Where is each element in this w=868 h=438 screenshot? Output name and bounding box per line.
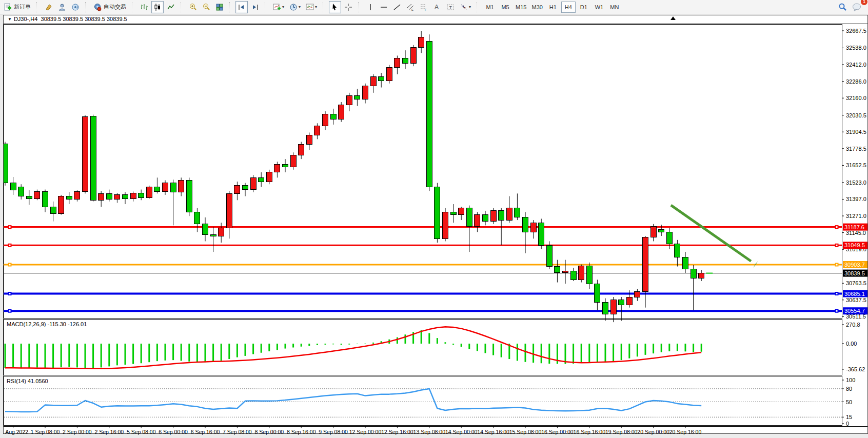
- date-tick-label: 16 Sep 16:00: [574, 429, 606, 435]
- candle: [595, 284, 600, 302]
- arrows-tool-button[interactable]: ▾: [458, 1, 473, 13]
- line-handle: [9, 226, 11, 228]
- horizontal-line-tool-button[interactable]: [378, 1, 390, 13]
- chart-ohlc-readout: 30839.5 30839.5 30839.5 30839.5: [41, 16, 127, 22]
- chart-canvas[interactable]: 32667.532538.032412.032286.032160.032030…: [4, 24, 867, 435]
- candle: [443, 212, 448, 239]
- candle: [170, 183, 176, 192]
- candle: [66, 196, 72, 200]
- rsi-tick-label: 50: [846, 399, 852, 405]
- price-level-label-text: 31049.5: [844, 242, 865, 248]
- date-tick-label: 20 Sep 16:00: [669, 429, 702, 435]
- toolbar-separator: [265, 2, 268, 12]
- candle: [579, 266, 584, 280]
- candle: [306, 135, 312, 145]
- candle: [274, 164, 280, 172]
- svg-text:F: F: [425, 8, 427, 11]
- candle: [339, 105, 344, 119]
- candle: [683, 257, 688, 269]
- zoom-in-button[interactable]: [187, 1, 199, 13]
- candle: [370, 77, 376, 86]
- templates-button[interactable]: ▾: [304, 1, 319, 13]
- trendline-tool-button[interactable]: [391, 1, 403, 13]
- chart-header: ▼DJ30-,H4 30839.5 30839.5 30839.5 30839.…: [4, 15, 867, 24]
- fibonacci-tool-button[interactable]: F: [418, 1, 430, 13]
- dropdown-caret[interactable]: ▾: [299, 5, 301, 9]
- dropdown-caret[interactable]: ▾: [469, 5, 471, 9]
- candle: [43, 191, 48, 207]
- dropdown-caret[interactable]: ▾: [315, 5, 317, 9]
- candle: [626, 297, 632, 305]
- timeframe-m15[interactable]: M15: [514, 2, 528, 13]
- timeframe-h4[interactable]: H4: [561, 2, 576, 13]
- date-tick-label: 1 Sep 08:00: [31, 429, 60, 435]
- candle: [539, 223, 544, 245]
- crosshair-tool-button[interactable]: [342, 1, 354, 13]
- autotrading-button[interactable]: 自动交易: [91, 1, 128, 13]
- candle: [354, 95, 360, 99]
- channel-tool-button[interactable]: E: [404, 1, 417, 13]
- label-tool-button[interactable]: T: [444, 1, 457, 13]
- chart-shift-marker-icon[interactable]: [670, 16, 676, 20]
- date-tick-label: 8 Sep 00:00: [254, 429, 284, 435]
- text-tool-button[interactable]: A: [431, 1, 443, 13]
- profiles-button[interactable]: [56, 1, 68, 13]
- tile-windows-button[interactable]: [213, 1, 226, 13]
- timeframe-m1[interactable]: M1: [483, 2, 497, 13]
- candle: [139, 193, 144, 197]
- timeframe-w1[interactable]: W1: [592, 2, 606, 13]
- cursor-icon: [331, 3, 339, 11]
- timeframe-h1[interactable]: H1: [546, 2, 560, 13]
- channel-icon: E: [406, 3, 415, 11]
- timeframe-m30[interactable]: M30: [529, 2, 544, 13]
- signals-button[interactable]: [69, 1, 82, 13]
- candle: [379, 77, 384, 81]
- toolbar-separator: [181, 2, 184, 12]
- candle: [675, 244, 680, 257]
- chat-icon: [852, 3, 861, 11]
- price-tick-label: 31271.0: [846, 213, 866, 219]
- candle: [610, 300, 616, 314]
- svg-text:E: E: [411, 8, 413, 11]
- periods-button[interactable]: ▾: [287, 1, 303, 13]
- collapse-triangle-icon[interactable]: ▼: [8, 17, 12, 22]
- new-order-icon: [4, 3, 12, 11]
- price-tick-label: 32030.5: [846, 112, 866, 118]
- price-tick-label: 31652.5: [846, 162, 866, 168]
- dropdown-caret[interactable]: ▾: [282, 5, 284, 9]
- auto-scroll-button[interactable]: [235, 1, 248, 13]
- line-handle: [9, 245, 11, 246]
- search-button[interactable]: [836, 1, 849, 13]
- price-tick-label: 30637.5: [846, 297, 866, 303]
- timeframe-m5[interactable]: M5: [498, 2, 512, 13]
- candle: [330, 114, 336, 119]
- arrows-icon: [460, 3, 468, 11]
- candlestick-chart-button[interactable]: [151, 1, 164, 13]
- candle: [290, 155, 296, 167]
- tile-windows-icon: [215, 3, 224, 11]
- notification-badge: 1: [861, 0, 867, 5]
- new-order-button[interactable]: 新订单: [2, 1, 33, 13]
- line-chart-button[interactable]: [165, 1, 177, 13]
- price-tick-label: 32160.0: [846, 95, 866, 101]
- indicators-button[interactable]: ▾: [271, 1, 286, 13]
- text-icon: A: [433, 3, 441, 11]
- timeframe-d1[interactable]: D1: [577, 2, 591, 13]
- zoom-out-icon: [202, 3, 210, 11]
- notifications-button[interactable]: 1: [850, 1, 864, 13]
- candle: [203, 224, 208, 235]
- price-level-label-text: 30554.7: [844, 308, 865, 314]
- line-chart-icon: [167, 3, 175, 11]
- date-tick-label: 5 Sep 08:00: [127, 429, 156, 435]
- timeframe-mn[interactable]: MN: [607, 2, 622, 13]
- zoom-out-button[interactable]: [200, 1, 212, 13]
- candle: [419, 37, 424, 48]
- candle: [659, 229, 664, 232]
- bar-chart-button[interactable]: [138, 1, 150, 13]
- candle: [410, 48, 416, 64]
- candle: [666, 232, 672, 244]
- chart-shift-button[interactable]: [249, 1, 261, 13]
- cursor-tool-button[interactable]: [329, 1, 341, 13]
- vertical-line-tool-button[interactable]: [364, 1, 377, 13]
- market-watch-button[interactable]: [43, 1, 55, 13]
